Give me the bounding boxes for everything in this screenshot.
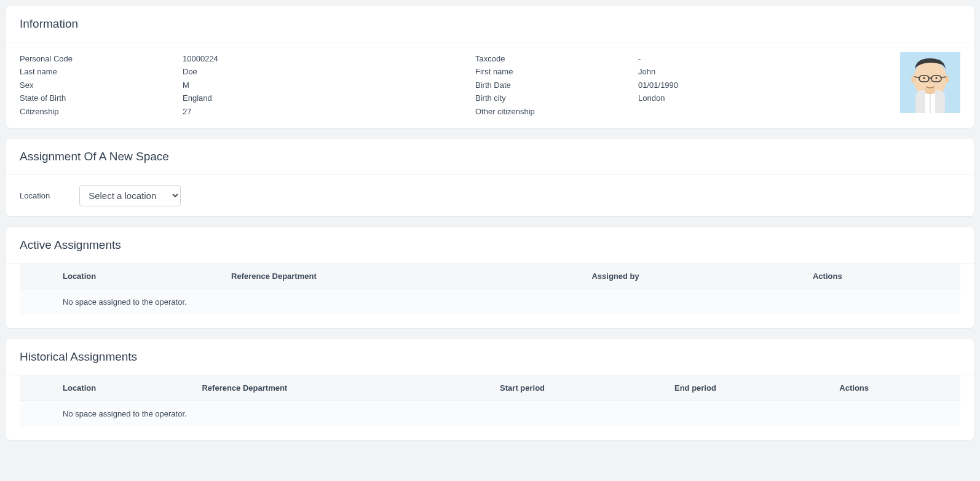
active-assignments-table: Location Reference Department Assigned b… bbox=[20, 264, 960, 315]
table-header-actions: Actions bbox=[833, 375, 960, 401]
info-row: Taxcode- bbox=[475, 52, 894, 65]
svg-point-10 bbox=[936, 77, 938, 79]
info-row: Citizenship27 bbox=[20, 105, 438, 118]
info-label: Sex bbox=[20, 79, 183, 92]
info-label: Birth city bbox=[475, 92, 638, 104]
info-row: First nameJohn bbox=[475, 65, 894, 78]
info-row: Personal Code10000224 bbox=[20, 52, 438, 65]
table-header-start-period: Start period bbox=[494, 375, 668, 401]
info-label: Last name bbox=[20, 65, 183, 78]
table-header-empty bbox=[20, 375, 57, 401]
info-row: Last nameDoe bbox=[20, 65, 438, 78]
svg-rect-2 bbox=[925, 88, 935, 94]
table-header-empty bbox=[20, 264, 57, 289]
info-label: Citizenship bbox=[20, 105, 183, 118]
info-value: - bbox=[638, 52, 894, 65]
info-label: Other citizenship bbox=[475, 105, 638, 118]
svg-point-11 bbox=[911, 76, 915, 83]
information-grid: Personal Code10000224Last nameDoeSexMSta… bbox=[20, 52, 894, 118]
avatar bbox=[900, 52, 960, 113]
table-row: No space assigned to the operator. bbox=[20, 401, 960, 427]
table-row: No space assigned to the operator. bbox=[20, 289, 960, 315]
info-value: M bbox=[183, 79, 438, 92]
table-header-end-period: End period bbox=[668, 375, 833, 401]
info-value bbox=[638, 105, 894, 118]
svg-point-9 bbox=[923, 77, 925, 79]
empty-message: No space assigned to the operator. bbox=[57, 289, 960, 315]
info-row: SexM bbox=[20, 79, 438, 92]
table-header-actions: Actions bbox=[807, 264, 960, 289]
info-row: Birth cityLondon bbox=[475, 92, 894, 104]
info-value: 10000224 bbox=[183, 52, 438, 65]
table-header-location: Location bbox=[57, 375, 196, 401]
info-value: 27 bbox=[183, 105, 438, 118]
assignment-form: Location Select a location bbox=[20, 185, 960, 206]
info-row: State of BirthEngland bbox=[20, 92, 438, 104]
location-select[interactable]: Select a location bbox=[79, 185, 181, 206]
info-label: First name bbox=[475, 65, 638, 78]
section-title-active-assignments: Active Assignments bbox=[6, 227, 974, 264]
table-header-reference-department: Reference Department bbox=[225, 264, 585, 289]
info-value: 01/01/1990 bbox=[638, 79, 894, 92]
historical-assignments-card: Historical Assignments Location Referenc… bbox=[6, 339, 974, 440]
svg-point-12 bbox=[946, 76, 949, 83]
section-title-information: Information bbox=[6, 6, 974, 42]
section-title-historical-assignments: Historical Assignments bbox=[6, 339, 974, 375]
historical-assignments-table: Location Reference Department Start peri… bbox=[20, 375, 960, 426]
location-label: Location bbox=[20, 191, 50, 200]
information-card: Information Personal Code10000224Last na… bbox=[6, 6, 974, 128]
info-value: John bbox=[638, 65, 894, 78]
info-label: State of Birth bbox=[20, 92, 183, 104]
info-row: Birth Date01/01/1990 bbox=[475, 79, 894, 92]
info-value: England bbox=[183, 92, 438, 104]
avatar-illustration bbox=[900, 52, 960, 113]
table-header-reference-department: Reference Department bbox=[196, 375, 494, 401]
info-label: Taxcode bbox=[475, 52, 638, 65]
info-label: Birth Date bbox=[475, 79, 638, 92]
info-row: Other citizenship bbox=[475, 105, 894, 118]
assignment-card: Assignment Of A New Space Location Selec… bbox=[6, 139, 974, 216]
info-value: Doe bbox=[183, 65, 438, 78]
table-header-location: Location bbox=[57, 264, 225, 289]
table-header-assigned-by: Assigned by bbox=[585, 264, 806, 289]
info-label: Personal Code bbox=[20, 52, 183, 65]
active-assignments-card: Active Assignments Location Reference De… bbox=[6, 227, 974, 328]
empty-message: No space assigned to the operator. bbox=[57, 401, 960, 427]
info-value: London bbox=[638, 92, 894, 104]
section-title-assignment: Assignment Of A New Space bbox=[6, 139, 974, 175]
